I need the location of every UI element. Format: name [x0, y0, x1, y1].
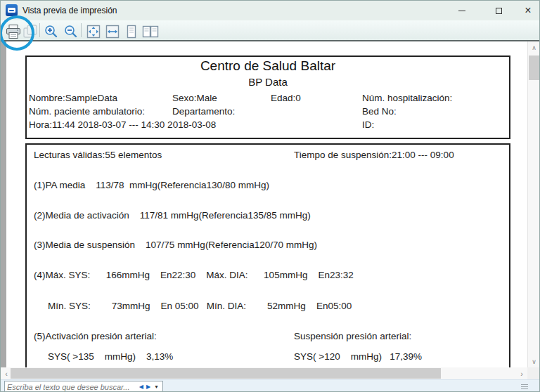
vertical-scrollbar-thumb[interactable] — [529, 55, 539, 80]
triangle-left-icon: ◀ — [139, 384, 143, 390]
search-options-dropdown[interactable]: ▼ — [152, 384, 162, 389]
printer-icon — [5, 24, 22, 39]
two-pages-icon — [141, 24, 160, 39]
copies-button[interactable] — [20, 22, 40, 41]
zoom-in-icon — [43, 24, 60, 39]
window-title: Vista previa de impresión — [22, 6, 117, 15]
app-logo-mark — [8, 8, 15, 13]
chevron-down-icon: ∨ — [532, 358, 536, 365]
hospitalization-number: Núm. hospitalización: — [362, 93, 452, 103]
report-body-box: Lecturas válidas:55 elementos Tiempo de … — [25, 143, 510, 367]
search-box[interactable]: ◀ ▶ ▼ — [4, 381, 163, 392]
department: Departamento: — [172, 106, 235, 117]
stat-asleep-mean: (3)Media de suspensión 107/75 mmHg(Refer… — [34, 240, 317, 250]
valid-readings: Lecturas válidas:55 elementos — [34, 150, 162, 160]
toolbar-separator — [39, 23, 40, 37]
stat-awake-mean: (2)Media de activación 117/81 mmHg(Refer… — [34, 210, 311, 221]
stat-awake-bp-label: (5)Activación presión arterial: — [34, 331, 157, 341]
outpatient-number: Núm. paciente ambulatorio: — [29, 106, 145, 117]
patient-id: ID: — [362, 119, 374, 130]
scrollbar-corner — [527, 367, 540, 379]
maximize-button[interactable] — [487, 1, 510, 20]
toolbar-separator — [81, 23, 82, 37]
fit-page-button[interactable] — [84, 22, 103, 41]
scroll-down-button[interactable]: ∨ — [528, 355, 540, 367]
patient-name: Nombre:SampleData — [29, 93, 117, 103]
time-range: Hora:11:44 2018-03-07 --- 14:30 2018-03-… — [29, 119, 216, 130]
horizontal-scrollbar[interactable]: ‹ › — [1, 367, 527, 379]
patient-age: Edad:0 — [271, 93, 301, 103]
minimize-icon — [458, 11, 465, 11]
search-previous-button[interactable]: ◀ — [138, 384, 145, 390]
toolbar — [1, 20, 539, 41]
horizontal-scrollbar-thumb[interactable] — [11, 368, 441, 379]
preview-area: Centro de Salud Baltar BP Data Nombre:Sa… — [1, 41, 527, 367]
scroll-up-button[interactable]: ∧ — [528, 41, 540, 53]
zoom-in-button[interactable] — [41, 22, 61, 41]
document-page: Centro de Salud Baltar BP Data Nombre:Sa… — [6, 41, 527, 367]
vertical-scrollbar[interactable]: ∧ ∨ — [527, 41, 540, 367]
titlebar: Vista previa de impresión × — [1, 1, 539, 20]
stat-asleep-sys-load: SYS( >120 mmHg) 17,39% — [294, 351, 422, 362]
stat-max-values: (4)Máx. SYS: 166mmHg En22:30 Máx. DIA: 1… — [34, 270, 354, 280]
statusbar: ◀ ▶ ▼ — [1, 379, 539, 392]
minimize-button[interactable] — [451, 1, 473, 20]
stat-asleep-bp-label: Suspensión presión arterial: — [294, 331, 411, 341]
chevron-right-icon: › — [520, 370, 523, 378]
print-preview-window: Vista previa de impresión × — [0, 0, 540, 392]
fit-width-button[interactable] — [103, 22, 122, 41]
pages-copy-icon — [22, 24, 39, 39]
stat-min-values: Mín. SYS: 73mmHg En 05:00 Mín. DIA: 52mm… — [48, 301, 352, 311]
report-title: BP Data — [27, 76, 509, 88]
scroll-right-button[interactable]: › — [516, 367, 527, 379]
triangle-right-icon: ▶ — [146, 384, 150, 390]
search-next-button[interactable]: ▶ — [145, 384, 152, 390]
one-page-button[interactable] — [122, 22, 141, 41]
close-icon: × — [525, 5, 531, 16]
maximize-icon — [496, 8, 502, 14]
report-header-box: Centro de Salud Baltar BP Data Nombre:Sa… — [25, 55, 510, 139]
one-page-icon — [123, 24, 140, 39]
close-button[interactable]: × — [517, 1, 539, 20]
app-icon — [6, 4, 18, 16]
chevron-left-icon: ‹ — [5, 370, 8, 378]
search-input[interactable] — [5, 382, 138, 391]
stat-awake-sys-load: SYS( >135 mmHg) 3,13% — [48, 351, 173, 362]
fit-width-icon — [104, 24, 121, 39]
dropdown-arrow-icon: ▼ — [154, 384, 159, 389]
bed-number: Bed No: — [362, 106, 397, 117]
fit-page-icon — [85, 24, 102, 39]
zoom-out-icon — [63, 24, 79, 39]
clinic-name: Centro de Salud Baltar — [27, 58, 509, 74]
resize-grip[interactable] — [521, 384, 528, 389]
patient-sex: Sexo:Male — [172, 93, 217, 103]
two-pages-button[interactable] — [141, 22, 160, 41]
chevron-up-icon: ∧ — [532, 44, 536, 51]
zoom-out-button[interactable] — [61, 22, 81, 41]
suspension-time: Tiempo de suspensión:21:00 --- 09:00 — [294, 150, 454, 160]
stat-mean-bp: (1)PA media 113/78 mmHg(Referencia130/80… — [34, 180, 269, 190]
